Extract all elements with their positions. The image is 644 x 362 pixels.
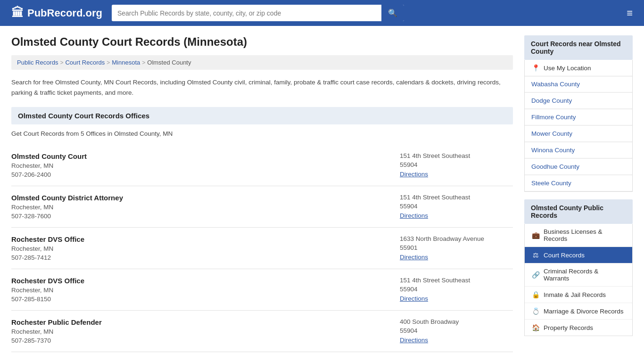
- public-records-item[interactable]: 🔗 Criminal Records & Warrants: [525, 263, 632, 287]
- public-records-label-0: Business Licenses & Records: [544, 228, 626, 242]
- public-records-link-4[interactable]: 💍 Marriage & Divorce Records: [525, 303, 632, 319]
- public-records-item[interactable]: 💼 Business Licenses & Records: [525, 224, 632, 247]
- office-right-2: 1633 North Broadway Avenue 55901 Directi…: [400, 235, 513, 261]
- public-records-item[interactable]: 🏠 Property Records: [525, 320, 632, 336]
- public-records-icon-4: 💍: [531, 307, 540, 315]
- office-address: 400 South Broadway: [400, 318, 513, 325]
- nearby-county-item[interactable]: Wabasha County: [525, 76, 632, 93]
- nearby-county-link[interactable]: Mower County: [525, 126, 632, 142]
- office-address: 151 4th Street Southeast: [400, 194, 513, 201]
- office-zip: 55904: [400, 161, 513, 168]
- office-name: Rochester DVS Office: [11, 277, 390, 285]
- office-right-0: 151 4th Street Southeast 55904 Direction…: [400, 152, 513, 178]
- breadcrumb-sep-2: >: [107, 59, 110, 66]
- public-records-link-1[interactable]: ⚖ Court Records: [525, 247, 632, 263]
- hamburger-icon: ≡: [627, 7, 633, 19]
- nearby-county-link[interactable]: Dodge County: [525, 93, 632, 109]
- main-container: Olmsted County Court Records (Minnesota)…: [0, 26, 644, 362]
- office-zip: 55904: [400, 203, 513, 210]
- office-left-4: Rochester Public Defender Rochester, MN …: [11, 318, 390, 344]
- directions-link[interactable]: Directions: [400, 295, 428, 302]
- logo-text: PubRecord.org: [27, 7, 102, 19]
- search-button[interactable]: 🔍: [381, 5, 404, 21]
- office-city: Rochester, MN: [11, 328, 390, 335]
- directions-link[interactable]: Directions: [400, 212, 428, 219]
- content-area: Olmsted County Court Records (Minnesota)…: [11, 35, 513, 352]
- site-header: 🏛 PubRecord.org 🔍 ≡: [0, 0, 644, 26]
- directions-link[interactable]: Directions: [400, 171, 428, 178]
- office-right-3: 151 4th Street Southeast 55904 Direction…: [400, 277, 513, 303]
- nearby-county-link[interactable]: Winona County: [525, 142, 632, 158]
- office-entry: Rochester DVS Office Rochester, MN 507-2…: [11, 228, 513, 269]
- public-records-list: 💼 Business Licenses & Records ⚖ Court Re…: [524, 224, 633, 336]
- public-records-header: Olmsted County Public Records: [524, 199, 633, 224]
- directions-link[interactable]: Directions: [400, 254, 428, 261]
- site-logo[interactable]: 🏛 PubRecord.org: [11, 6, 102, 20]
- office-left-0: Olmsted County Court Rochester, MN 507-2…: [11, 152, 390, 178]
- office-phone: 507-285-8150: [11, 296, 390, 303]
- offices-section-header: Olmsted County Court Records Offices: [11, 107, 513, 124]
- office-address: 1633 North Broadway Avenue: [400, 235, 513, 242]
- nearby-county-item[interactable]: Dodge County: [525, 93, 632, 109]
- nearby-county-link[interactable]: Steele County: [525, 175, 632, 191]
- office-phone: 507-285-7370: [11, 337, 390, 344]
- use-location-label: Use My Location: [544, 65, 591, 72]
- office-name: Olmsted County Court: [11, 152, 390, 160]
- nearby-county-item[interactable]: Winona County: [525, 142, 632, 159]
- menu-button[interactable]: ≡: [627, 7, 633, 19]
- breadcrumb-current: Olmsted County: [147, 59, 191, 66]
- breadcrumb-public-records[interactable]: Public Records: [17, 59, 58, 66]
- office-name: Olmsted County District Attorney: [11, 194, 390, 202]
- office-entry: Olmsted County Court Rochester, MN 507-2…: [11, 145, 513, 186]
- page-title: Olmsted County Court Records (Minnesota): [11, 35, 513, 49]
- public-records-label-5: Property Records: [544, 324, 593, 331]
- public-records-item[interactable]: ⚖ Court Records: [525, 247, 632, 263]
- public-records-label-1: Court Records: [544, 252, 585, 259]
- office-phone: 507-328-7600: [11, 213, 390, 220]
- office-zip: 55904: [400, 286, 513, 293]
- page-description: Search for free Olmsted County, MN Court…: [11, 77, 513, 98]
- office-city: Rochester, MN: [11, 287, 390, 294]
- offices-list: Olmsted County Court Rochester, MN 507-2…: [11, 145, 513, 352]
- public-records-icon-2: 🔗: [531, 271, 540, 279]
- public-records-link-2[interactable]: 🔗 Criminal Records & Warrants: [525, 263, 632, 286]
- public-records-label-3: Inmate & Jail Records: [544, 291, 606, 298]
- public-records-item[interactable]: 🔒 Inmate & Jail Records: [525, 287, 632, 303]
- office-left-2: Rochester DVS Office Rochester, MN 507-2…: [11, 235, 390, 261]
- breadcrumb-court-records[interactable]: Court Records: [65, 59, 105, 66]
- public-records-link-5[interactable]: 🏠 Property Records: [525, 320, 632, 336]
- use-location-button[interactable]: 📍 Use My Location: [525, 60, 632, 76]
- public-records-icon-0: 💼: [531, 231, 540, 239]
- office-address: 151 4th Street Southeast: [400, 277, 513, 284]
- public-records-item[interactable]: 💍 Marriage & Divorce Records: [525, 303, 632, 320]
- breadcrumb: Public Records > Court Records > Minneso…: [11, 55, 513, 70]
- directions-link[interactable]: Directions: [400, 337, 428, 344]
- nearby-county-link[interactable]: Fillmore County: [525, 109, 632, 125]
- nearby-county-item[interactable]: Steele County: [525, 175, 632, 191]
- office-name: Rochester DVS Office: [11, 235, 390, 243]
- office-entry: Rochester Public Defender Rochester, MN …: [11, 311, 513, 352]
- office-address: 151 4th Street Southeast: [400, 152, 513, 159]
- office-phone: 507-285-7412: [11, 254, 390, 261]
- office-city: Rochester, MN: [11, 245, 390, 252]
- public-records-icon-3: 🔒: [531, 291, 540, 298]
- office-right-4: 400 South Broadway 55904 Directions: [400, 318, 513, 344]
- office-name: Rochester Public Defender: [11, 318, 390, 326]
- office-city: Rochester, MN: [11, 204, 390, 211]
- nearby-header: Court Records near Olmsted County: [524, 35, 633, 60]
- nearby-county-item[interactable]: Mower County: [525, 126, 632, 142]
- office-left-3: Rochester DVS Office Rochester, MN 507-2…: [11, 277, 390, 303]
- location-icon: 📍: [531, 64, 540, 72]
- nearby-county-link[interactable]: Goodhue County: [525, 159, 632, 175]
- nearby-county-link[interactable]: Wabasha County: [525, 76, 632, 92]
- nearby-county-item[interactable]: Goodhue County: [525, 159, 632, 175]
- search-input[interactable]: [112, 6, 381, 21]
- breadcrumb-minnesota[interactable]: Minnesota: [112, 59, 140, 66]
- use-location-item[interactable]: 📍 Use My Location: [525, 60, 632, 76]
- public-records-link-0[interactable]: 💼 Business Licenses & Records: [525, 224, 632, 247]
- sidebar: Court Records near Olmsted County 📍 Use …: [524, 35, 633, 352]
- nearby-counties-list: Wabasha CountyDodge CountyFillmore Count…: [524, 76, 633, 192]
- nearby-county-item[interactable]: Fillmore County: [525, 109, 632, 126]
- public-records-link-3[interactable]: 🔒 Inmate & Jail Records: [525, 287, 632, 303]
- logo-icon: 🏛: [11, 6, 24, 20]
